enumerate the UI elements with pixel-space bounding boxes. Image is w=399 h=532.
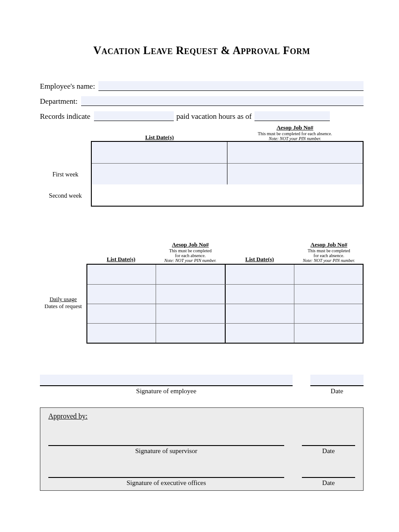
daily-r3c2[interactable]: [156, 304, 224, 323]
daily-r1c2[interactable]: [156, 265, 224, 284]
daily-col1-job-header: Aesop Job No#: [156, 241, 225, 248]
daily-r4c3[interactable]: [225, 324, 294, 343]
week-col-job-sub1: This must be completed for each absence.: [227, 131, 363, 136]
daily-col1-job-sub1: This must be completed: [156, 248, 225, 253]
daily-r2c1[interactable]: [87, 285, 156, 304]
records-label: Records indicate: [40, 112, 90, 121]
daily-col2-job-header: Aesop Job No#: [294, 241, 364, 248]
supervisor-signature-label: Signature of supervisor: [48, 446, 284, 455]
daily-r1c3[interactable]: [225, 265, 294, 284]
department-label: Department:: [40, 97, 78, 106]
supervisor-date-input[interactable]: [302, 425, 355, 446]
daily-r1c1[interactable]: [87, 265, 156, 284]
department-row: Department:: [40, 96, 364, 106]
week2-job-input[interactable]: [227, 164, 363, 184]
week-col-dates-header: List Date(s): [92, 134, 227, 141]
department-input[interactable]: [81, 96, 364, 106]
executive-date-input[interactable]: [302, 457, 355, 478]
employee-signature-date-label: Date: [310, 386, 364, 395]
daily-r3c4[interactable]: [294, 304, 363, 323]
daily-r4c4[interactable]: [294, 324, 363, 343]
daily-col2-job-sub3: Note: NOT your PIN number.: [294, 258, 364, 263]
daily-side-label2: Dates of request: [44, 303, 82, 310]
daily-r4c1[interactable]: [87, 324, 156, 343]
daily-r3c3[interactable]: [225, 304, 294, 323]
week-row1-label: First week: [40, 164, 91, 185]
employee-signature-label: Signature of employee: [40, 386, 293, 395]
daily-usage-table: Daily usage Dates of request List Date(s…: [40, 231, 364, 344]
daily-r2c3[interactable]: [225, 285, 294, 304]
supervisor-signature-input[interactable]: [48, 425, 284, 446]
employee-signature-input[interactable]: [40, 375, 293, 386]
week1-job-input[interactable]: [227, 142, 363, 163]
daily-r2c2[interactable]: [156, 285, 224, 304]
daily-r1c4[interactable]: [294, 265, 363, 284]
employee-name-row: Employee's name:: [40, 81, 364, 91]
executive-date-label: Date: [302, 478, 355, 487]
executive-signature-input[interactable]: [48, 457, 284, 478]
daily-col1-job-sub3: Note: NOT your PIN number.: [156, 258, 225, 263]
week1-date-input[interactable]: [92, 142, 227, 163]
week-col-job-header: Aesop Job No#: [227, 124, 363, 131]
approval-box: Approved by: Signature of supervisor Dat…: [40, 407, 364, 491]
week2-date-input[interactable]: [92, 164, 227, 184]
employee-name-input[interactable]: [98, 81, 364, 91]
employee-name-label: Employee's name:: [40, 82, 95, 91]
form-title: Vacation Leave Request & Approval Form: [40, 44, 364, 57]
daily-r2c4[interactable]: [294, 285, 363, 304]
daily-col2-job-sub1: This must be completed: [294, 248, 364, 253]
employee-signature-row: Signature of employee Date: [40, 375, 364, 395]
daily-col1-date-header: List Date(s): [86, 256, 156, 263]
daily-col2-job-sub2: for each absence.: [294, 253, 364, 258]
executive-signature-label: Signature of executive offices: [48, 478, 284, 487]
supervisor-date-label: Date: [302, 446, 355, 455]
week-col-job-sub2: Note: NOT your PIN number.: [227, 136, 363, 141]
approved-by-label: Approved by:: [48, 412, 355, 420]
daily-side-label1: Daily usage: [50, 296, 77, 303]
daily-col2-date-header: List Date(s): [225, 256, 294, 263]
daily-r3c1[interactable]: [87, 304, 156, 323]
daily-r4c2[interactable]: [156, 324, 224, 343]
week-table: First week Second week List Date(s) Aeso…: [40, 141, 364, 207]
daily-col1-job-sub2: for each absence.: [156, 253, 225, 258]
employee-signature-date-input[interactable]: [310, 375, 364, 386]
week-row2-label: Second week: [40, 185, 91, 207]
